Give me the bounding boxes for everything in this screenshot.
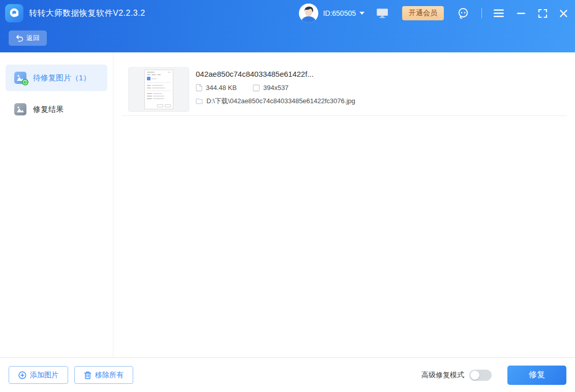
file-path-row: D:\下载\042ae850c74c84033485e61422fc3076.j…: [196, 97, 355, 106]
file-list-item[interactable]: 042ae850c74c84033485e61422f... 344.48 KB…: [128, 67, 567, 112]
sidebar-item-label: 待修复图片（1）: [33, 73, 90, 83]
sidebar-item-label: 修复结果: [33, 105, 64, 114]
file-dimensions: 394x537: [263, 84, 289, 92]
close-icon[interactable]: [559, 9, 568, 18]
add-image-button[interactable]: 添加图片: [9, 366, 68, 384]
file-dimensions-group: 394x537: [253, 84, 289, 92]
monitor-icon[interactable]: [376, 8, 389, 19]
header: 转转大师数据恢复软件V2.2.3.2 ID:650505: [0, 0, 575, 52]
sidebar-item-pending-images[interactable]: 待修复图片（1）: [6, 65, 107, 91]
back-button-label: 返回: [26, 34, 40, 43]
file-size: 344.48 KB: [206, 84, 237, 92]
user-id-label: ID:650505: [323, 9, 356, 17]
vip-upgrade-button[interactable]: 开通会员: [402, 6, 444, 20]
clock-badge-icon: [22, 79, 28, 85]
app-logo-icon: [5, 4, 23, 22]
thumbnail-dialog-art: [144, 70, 173, 109]
folder-icon: [196, 98, 203, 104]
app-window: 转转大师数据恢复软件V2.2.3.2 ID:650505: [0, 0, 575, 392]
minimize-icon[interactable]: [517, 9, 526, 18]
file-size-group: 344.48 KB: [196, 84, 237, 92]
plus-circle-icon: [18, 371, 26, 379]
customer-service-icon[interactable]: [457, 7, 470, 20]
maximize-icon[interactable]: [538, 9, 548, 18]
file-info: 042ae850c74c84033485e61422f... 344.48 KB…: [196, 67, 355, 112]
sidebar-item-repair-results[interactable]: 修复结果: [6, 96, 107, 123]
titlebar-divider: [481, 8, 482, 18]
trash-icon: [84, 371, 92, 379]
sidebar: 待修复图片（1） 修复结果: [0, 52, 113, 357]
remove-all-label: 移除所有: [95, 371, 124, 380]
image-with-clock-icon: [14, 72, 26, 84]
remove-all-button[interactable]: 移除所有: [74, 366, 133, 384]
titlebar: 转转大师数据恢复软件V2.2.3.2 ID:650505: [0, 0, 575, 26]
add-image-label: 添加图片: [30, 371, 58, 380]
file-meta: 344.48 KB 394x537: [196, 84, 355, 92]
image-icon: [14, 103, 26, 115]
user-avatar[interactable]: [299, 4, 318, 23]
file-name: 042ae850c74c84033485e61422f...: [196, 70, 355, 78]
file-path: D:\下载\042ae850c74c84033485e61422fc3076.j…: [206, 97, 355, 106]
repair-button[interactable]: 修复: [507, 366, 566, 385]
app-title: 转转大师数据恢复软件V2.2.3.2: [29, 8, 145, 19]
footer-bar: 添加图片 移除所有 高级修复模式 修复: [0, 357, 575, 392]
advanced-mode-toggle[interactable]: [469, 370, 492, 381]
advanced-mode-label: 高级修复模式: [421, 371, 464, 380]
back-button[interactable]: 返回: [9, 31, 47, 46]
frame-icon: [253, 84, 260, 92]
toggle-knob: [470, 371, 479, 380]
chevron-down-icon[interactable]: [359, 12, 365, 15]
file-thumbnail: [128, 67, 189, 112]
row-separator: [122, 115, 567, 116]
undo-arrow-icon: [16, 35, 23, 42]
file-icon: [196, 84, 202, 92]
hamburger-menu-icon[interactable]: [493, 9, 504, 18]
